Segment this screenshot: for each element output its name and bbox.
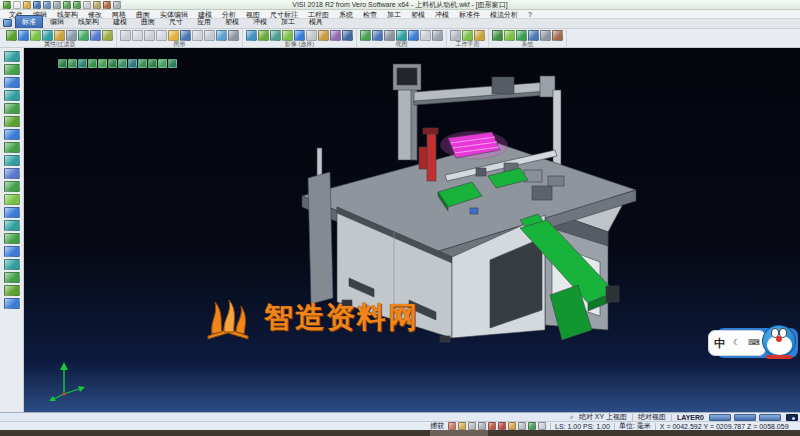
- select-chain-icon[interactable]: [270, 30, 281, 41]
- ribbon-tab[interactable]: 冲模: [246, 15, 274, 28]
- rotate-view-icon[interactable]: [180, 30, 191, 41]
- extrude-tool-icon[interactable]: [4, 142, 20, 153]
- circle-tool-icon[interactable]: [4, 90, 20, 101]
- rotate-tool-icon[interactable]: [4, 259, 20, 270]
- snap-grid-icon[interactable]: [518, 422, 526, 430]
- menu-item[interactable]: 加工: [382, 10, 406, 19]
- view-iso-icon[interactable]: [396, 30, 407, 41]
- view-split-icon[interactable]: [432, 30, 443, 41]
- menu-item[interactable]: 塑模: [406, 10, 430, 19]
- print-icon[interactable]: [53, 1, 61, 9]
- linetype-filter-icon[interactable]: [30, 30, 41, 41]
- view-side-icon[interactable]: [384, 30, 395, 41]
- workplane-custom-icon[interactable]: [474, 30, 485, 41]
- save-all-icon[interactable]: [43, 1, 51, 9]
- color-filter-icon[interactable]: [18, 30, 29, 41]
- workplane-xy-icon[interactable]: [450, 30, 461, 41]
- tag-filter-icon[interactable]: [90, 30, 101, 41]
- ribbon-tab[interactable]: 加工: [274, 15, 302, 28]
- scale-status[interactable]: LS: 1.00 PS: 1.00: [555, 423, 610, 430]
- view-front-icon[interactable]: [372, 30, 383, 41]
- ribbon-tab[interactable]: 模具: [302, 15, 330, 28]
- auto-rotate-icon[interactable]: [528, 422, 536, 430]
- delete-tool-icon[interactable]: [4, 298, 20, 309]
- snap-intersection-icon[interactable]: [488, 422, 496, 430]
- ribbon-tab[interactable]: 尺寸: [162, 15, 190, 28]
- menu-item[interactable]: 模流分析: [485, 10, 523, 19]
- layer-filter-icon[interactable]: [6, 30, 17, 41]
- select-all-icon[interactable]: [246, 30, 257, 41]
- ribbon-tab[interactable]: 曲面: [134, 15, 162, 28]
- ribbon-tab[interactable]: 编辑: [43, 15, 71, 28]
- 3d-viewport[interactable]: 智造资料网 中 ☾ ⌨: [24, 48, 800, 412]
- curve-tool-icon[interactable]: [4, 103, 20, 114]
- highlight-icon[interactable]: [342, 30, 353, 41]
- zoom-prev-icon[interactable]: [156, 30, 167, 41]
- ribbon-tab[interactable]: 应用: [190, 15, 218, 28]
- qat-dropdown-icon[interactable]: [113, 1, 121, 9]
- view-rotate-icon[interactable]: [408, 30, 419, 41]
- zoom-window-icon[interactable]: [144, 30, 155, 41]
- new-file-icon[interactable]: [13, 1, 21, 9]
- snap-tangent-icon[interactable]: [508, 422, 516, 430]
- redraw-icon[interactable]: [120, 30, 131, 41]
- ribbon-tab[interactable]: 塑模: [218, 15, 246, 28]
- ribbon-tab[interactable]: 建模: [106, 15, 134, 28]
- select-face-icon[interactable]: [282, 30, 293, 41]
- open-file-icon[interactable]: [23, 1, 31, 9]
- pin-icon[interactable]: [103, 1, 111, 9]
- scale-tool-icon[interactable]: [4, 272, 20, 283]
- calculator-icon[interactable]: [492, 30, 503, 41]
- wireframe-mode-icon[interactable]: [204, 30, 215, 41]
- perspective-icon[interactable]: [228, 30, 239, 41]
- lock-filter-icon[interactable]: [66, 30, 77, 41]
- zoom-all-icon[interactable]: [132, 30, 143, 41]
- ime-moon-icon[interactable]: ☾: [733, 339, 740, 347]
- grid-cross-icon[interactable]: [538, 422, 546, 430]
- invert-selection-icon[interactable]: [318, 30, 329, 41]
- entity-filter-icon[interactable]: [42, 30, 53, 41]
- menu-item[interactable]: 检查: [358, 10, 382, 19]
- shade-mode-icon[interactable]: [192, 30, 203, 41]
- layer-chip-3[interactable]: [759, 414, 781, 421]
- pan-icon[interactable]: [168, 30, 179, 41]
- sweep-tool-icon[interactable]: [4, 168, 20, 179]
- undo-icon[interactable]: [63, 1, 71, 9]
- macro-icon[interactable]: [504, 30, 515, 41]
- measure-tool-icon[interactable]: [4, 285, 20, 296]
- line-tool-icon[interactable]: [4, 64, 20, 75]
- paste-icon[interactable]: [93, 1, 101, 9]
- trim-tool-icon[interactable]: [4, 207, 20, 218]
- point-tool-icon[interactable]: [4, 51, 20, 62]
- hidden-line-icon[interactable]: [216, 30, 227, 41]
- app-logo-icon[interactable]: [3, 1, 11, 9]
- snap-mid-icon[interactable]: [458, 422, 466, 430]
- ribbon-tab[interactable]: 线架构: [71, 15, 106, 28]
- menu-item[interactable]: ?: [523, 10, 537, 19]
- title-bar[interactable]: VISI 2018 R2 from Vero Software x64 - 上料…: [0, 0, 800, 10]
- machine-3d-model[interactable]: [24, 48, 800, 412]
- save-file-icon[interactable]: [33, 1, 41, 9]
- arc-tool-icon[interactable]: [4, 77, 20, 88]
- options-icon[interactable]: [528, 30, 539, 41]
- snap-center-icon[interactable]: [468, 422, 476, 430]
- view-top-icon[interactable]: [360, 30, 371, 41]
- snap-perp-icon[interactable]: [498, 422, 506, 430]
- layer-chip-2[interactable]: [734, 414, 756, 421]
- ime-toolbar[interactable]: 中 ☾ ⌨: [708, 324, 800, 364]
- menu-item[interactable]: 系统: [334, 10, 358, 19]
- layer-chip-1[interactable]: [709, 414, 731, 421]
- reset-filter-icon[interactable]: [102, 30, 113, 41]
- workplane-align-icon[interactable]: [462, 30, 473, 41]
- solid-tool-icon[interactable]: [4, 129, 20, 140]
- chamfer-tool-icon[interactable]: [4, 194, 20, 205]
- redo-icon[interactable]: [73, 1, 81, 9]
- group-filter-icon[interactable]: [78, 30, 89, 41]
- ime-pill[interactable]: 中 ☾ ⌨: [708, 330, 766, 356]
- surface-tool-icon[interactable]: [4, 116, 20, 127]
- database-icon[interactable]: [516, 30, 527, 41]
- active-layer-label[interactable]: LAYER0: [677, 414, 704, 421]
- snap-point-icon[interactable]: [448, 422, 456, 430]
- menu-item[interactable]: 标准件: [454, 10, 485, 19]
- exit-icon[interactable]: [552, 30, 563, 41]
